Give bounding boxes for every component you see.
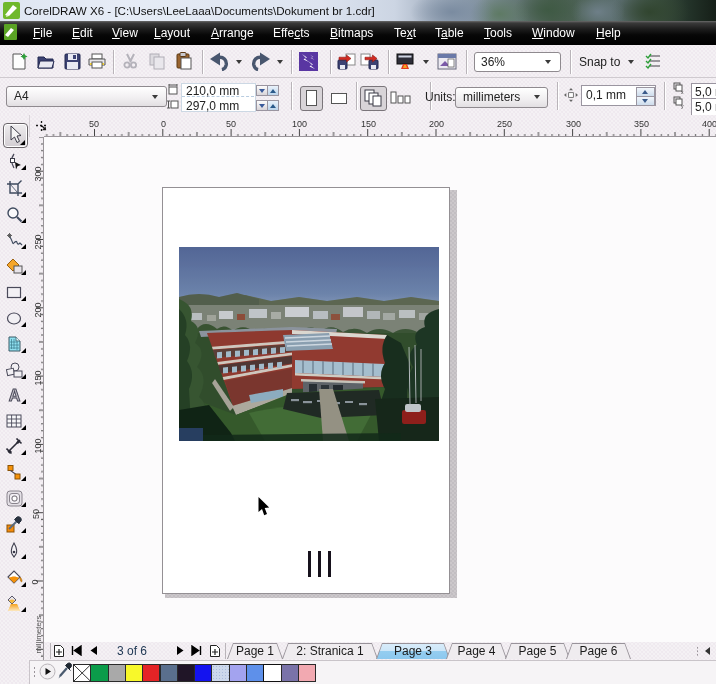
svg-text:A: A (9, 387, 21, 404)
svg-text:x: x (681, 89, 684, 95)
svg-text:y: y (681, 103, 684, 109)
